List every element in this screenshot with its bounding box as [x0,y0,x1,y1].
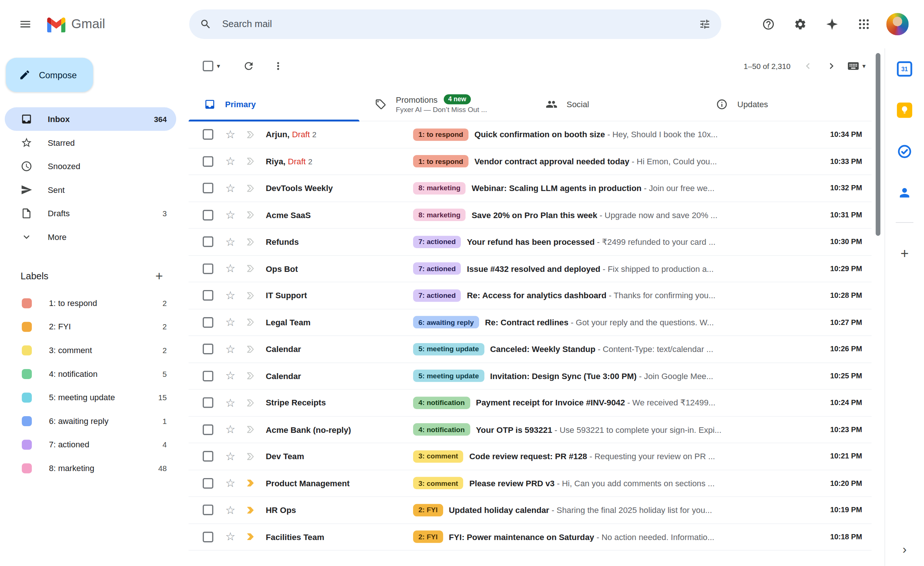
search-input[interactable] [219,19,692,30]
email-row[interactable]: ☆ Dev Team 3: comment Code review reques… [189,443,872,470]
importance-marker-icon[interactable] [246,452,256,460]
label-chip[interactable]: 2: FYI [413,531,443,543]
tab-social[interactable]: Social [530,87,701,121]
settings-button[interactable] [787,11,813,37]
email-row[interactable]: ☆ Riya,Draft2 1: to respond Vendor contr… [189,149,872,175]
get-addons-button[interactable]: + [893,242,916,266]
star-icon[interactable]: ☆ [225,397,237,408]
email-row[interactable]: ☆ Facilities Team 2: FYI FYI: Power main… [189,524,872,550]
email-row[interactable]: ☆ Ops Bot 7: actioned Issue #432 resolve… [189,255,872,282]
email-row[interactable]: ☆ Arjun,Draft2 1: to respond Quick confi… [189,121,872,148]
email-row[interactable]: ☆ IT Support 7: actioned Re: Access for … [189,282,872,309]
star-icon[interactable]: ☆ [225,450,237,462]
star-icon[interactable]: ☆ [225,370,237,381]
importance-marker-icon[interactable] [246,291,256,299]
calendar-button[interactable]: 31 [893,57,916,81]
importance-marker-icon[interactable] [246,158,256,165]
select-checkbox[interactable] [203,183,214,194]
label-chip[interactable]: 1: to respond [413,155,468,167]
importance-marker-icon[interactable] [246,426,256,434]
profile-avatar[interactable] [886,13,908,35]
select-checkbox[interactable] [203,451,214,462]
label-chip[interactable]: 5: meeting update [413,370,484,382]
google-apps-button[interactable] [851,11,877,37]
select-checkbox[interactable] [203,237,214,248]
sidebar-item-starred[interactable]: Starred [5,131,176,155]
email-row[interactable]: ☆ DevTools Weekly 8: marketing Webinar: … [189,175,872,202]
label-chip[interactable]: 4: notification [413,396,470,409]
email-row[interactable]: ☆ Acme SaaS 8: marketing Save 20% on Pro… [189,202,872,228]
importance-marker-icon[interactable] [246,372,256,380]
label-chip[interactable]: 8: marketing [413,209,466,221]
star-icon[interactable]: ☆ [225,156,237,167]
select-checkbox[interactable] [203,317,214,328]
label-chip[interactable]: 7: actioned [413,289,461,302]
star-icon[interactable]: ☆ [225,236,237,248]
label-chip[interactable]: 2: FYI [413,504,443,516]
star-icon[interactable]: ☆ [225,183,237,194]
sidebar-item-inbox[interactable]: Inbox 364 [5,107,176,131]
star-icon[interactable]: ☆ [225,317,237,328]
sidebar-item-sent[interactable]: Sent [5,178,176,202]
select-checkbox[interactable] [203,531,214,542]
label-item-5-meeting-update[interactable]: 5: meeting update 15 [5,385,176,409]
importance-marker-icon[interactable] [246,265,256,273]
select-checkbox[interactable] [203,129,214,140]
tasks-button[interactable] [893,140,916,164]
keep-button[interactable] [893,98,916,122]
email-row[interactable]: ☆ HR Ops 2: FYI Updated holiday calendar… [189,497,872,524]
importance-marker-icon[interactable] [246,211,256,219]
compose-button[interactable]: Compose [6,58,93,92]
importance-marker-icon[interactable] [246,533,256,541]
email-row[interactable]: ☆ Acme Bank (no-reply) 4: notification Y… [189,416,872,443]
label-chip[interactable]: 7: actioned [413,236,461,248]
star-icon[interactable]: ☆ [225,210,237,221]
select-checkbox[interactable] [203,156,214,167]
contacts-button[interactable] [893,181,916,205]
email-row[interactable]: ☆ Calendar 5: meeting update Invitation:… [189,363,872,389]
label-chip[interactable]: 6: awaiting reply [413,316,479,328]
select-checkbox[interactable] [203,398,214,408]
select-checkbox[interactable] [203,371,214,381]
label-chip[interactable]: 3: comment [413,450,464,462]
star-icon[interactable]: ☆ [225,424,237,435]
importance-marker-icon[interactable] [246,479,256,487]
newer-page-button[interactable] [796,54,820,78]
tab-updates[interactable]: Updates [701,87,872,121]
select-checkbox[interactable] [203,290,214,301]
email-row[interactable]: ☆ Calendar 5: meeting update Canceled: W… [189,336,872,363]
refresh-button[interactable] [237,54,260,78]
label-chip[interactable]: 4: notification [413,423,470,436]
gemini-button[interactable] [819,11,845,37]
select-dropdown-caret-icon[interactable]: ▾ [217,62,220,70]
scrollbar-thumb[interactable] [876,53,880,236]
label-chip[interactable]: 8: marketing [413,182,466,194]
star-icon[interactable]: ☆ [225,290,237,301]
email-row[interactable]: ☆ Stripe Receipts 4: notification Paymen… [189,390,872,416]
label-chip[interactable]: 7: actioned [413,263,461,275]
select-all-checkbox[interactable] [203,61,214,72]
label-item-2-fyi[interactable]: 2: FYI 2 [5,315,176,339]
email-row[interactable]: ☆ Legal Team 6: awaiting reply Re: Contr… [189,309,872,336]
star-icon[interactable]: ☆ [225,531,237,542]
star-icon[interactable]: ☆ [225,504,237,516]
label-item-6-awaiting-reply[interactable]: 6: awaiting reply 1 [5,409,176,433]
select-checkbox[interactable] [203,344,214,354]
select-checkbox[interactable] [203,263,214,274]
sidebar-item-more[interactable]: More [5,225,176,249]
sidebar-item-snoozed[interactable]: Snoozed [5,154,176,178]
label-chip[interactable]: 5: meeting update [413,343,484,355]
label-item-1-to-respond[interactable]: 1: to respond 2 [5,291,176,315]
label-item-3-comment[interactable]: 3: comment 2 [5,338,176,362]
importance-marker-icon[interactable] [246,345,256,353]
label-item-7-actioned[interactable]: 7: actioned 4 [5,433,176,456]
tab-promotions[interactable]: Promotions 4 new Fyxer AI — Don’t Miss O… [359,87,530,121]
more-options-button[interactable] [266,54,290,78]
star-icon[interactable]: ☆ [225,344,237,354]
importance-marker-icon[interactable] [246,184,256,192]
importance-marker-icon[interactable] [246,131,256,138]
label-chip[interactable]: 1: to respond [413,128,468,141]
importance-marker-icon[interactable] [246,238,256,246]
input-tools-button[interactable]: ▾ [847,60,866,73]
star-icon[interactable]: ☆ [225,129,237,140]
